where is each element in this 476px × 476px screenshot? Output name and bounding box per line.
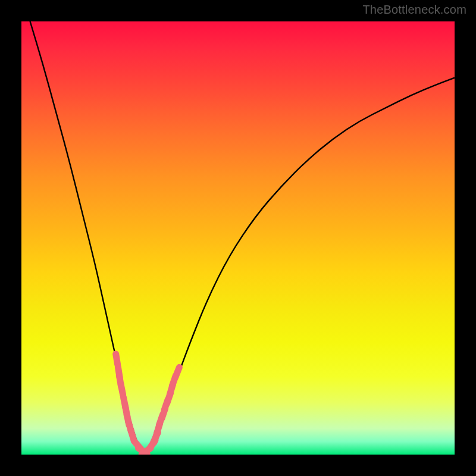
chart-svg xyxy=(21,21,455,455)
watermark-text: TheBottleneck.com xyxy=(362,4,466,15)
chart-frame: TheBottleneck.com xyxy=(0,0,476,476)
bottleneck-curve xyxy=(30,21,455,452)
data-marker xyxy=(121,384,123,395)
plot-area xyxy=(21,21,455,455)
data-marker xyxy=(116,354,118,365)
data-marker xyxy=(176,367,180,377)
